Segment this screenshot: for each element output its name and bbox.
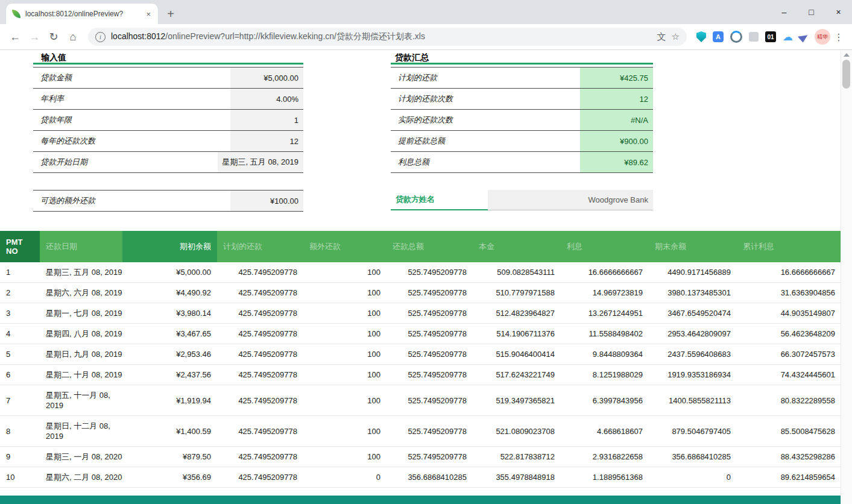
cell-ending-balance: 3980.1373485301 [649, 283, 737, 303]
cell-extra-payment: 100 [303, 344, 387, 365]
cell-beginning-balance: ¥4,490.92 [122, 283, 217, 303]
bookmark-star-icon[interactable]: ☆ [672, 31, 680, 42]
cell-interest: 13.2671244951 [561, 303, 649, 324]
form-row: 年利率 4.00% [33, 89, 303, 110]
swallow-ext-icon[interactable] [798, 31, 809, 42]
form-value: #N/A [580, 110, 653, 130]
cell-principal: 522.817838712 [473, 447, 561, 467]
profile-avatar[interactable]: 精华 [815, 29, 830, 45]
cell-payment-date: 星期日, 九月 08, 2019 [40, 344, 122, 365]
form-value: 星期三, 五月 08, 2019 [218, 152, 303, 172]
cell-extra-payment: 100 [303, 324, 387, 344]
browser-navbar: ← → ↻ ⌂ i localhost:8012/onlinePreview?u… [0, 24, 852, 50]
cell-total-payment: 525.7495209778 [387, 344, 473, 365]
header-scheduled-payment: 计划的还款 [217, 231, 303, 262]
header-principal: 本金 [473, 231, 561, 262]
cell-cumulative-interest: 31.6363904856 [737, 283, 841, 303]
cell-pmt-no: 1 [0, 262, 40, 283]
cell-extra-payment: 100 [303, 385, 387, 416]
vertical-scrollbar[interactable] [841, 50, 852, 504]
cell-cumulative-interest: 16.6666666667 [737, 262, 841, 283]
cell-principal: 515.9046400414 [473, 344, 561, 365]
form-value: ¥900.00 [580, 131, 653, 151]
url-text[interactable]: localhost:8012/onlinePreview?url=http://… [111, 31, 652, 42]
cell-scheduled-payment: 425.7495209778 [217, 447, 303, 467]
form-label: 贷款年限 [33, 110, 230, 130]
window-controls: – □ × [771, 0, 852, 24]
cell-ending-balance: 1919.9353186934 [649, 365, 737, 385]
home-icon[interactable]: ⌂ [64, 28, 82, 46]
cell-payment-date: 星期六, 六月 08, 2019 [40, 283, 122, 303]
cell-interest: 8.1251988029 [561, 365, 649, 385]
input-section-title: 输入值 [41, 52, 66, 63]
form-label: 每年的还款次数 [33, 131, 230, 151]
address-bar[interactable]: i localhost:8012/onlinePreview?url=http:… [88, 28, 687, 46]
schedule-row: 1 星期三, 五月 08, 2019 ¥5,000.00 425.7495209… [0, 262, 841, 283]
cell-cumulative-interest: 56.4623648209 [737, 324, 841, 344]
cell-payment-date: 星期一, 七月 08, 2019 [40, 303, 122, 324]
form-label: 实际的还款次数 [391, 110, 580, 130]
cell-pmt-no: 9 [0, 447, 40, 467]
sheet-bottom-bar [0, 496, 841, 504]
form-label: 贷款开始日期 [33, 152, 218, 172]
cell-payment-date: 星期四, 八月 08, 2019 [40, 324, 122, 344]
cell-principal: 512.4823964827 [473, 303, 561, 324]
form-value: ¥89.62 [580, 152, 653, 172]
cell-beginning-balance: ¥1,919.94 [122, 385, 217, 416]
anchor-ext-icon[interactable] [749, 32, 759, 42]
reload-icon[interactable]: ↻ [45, 28, 63, 46]
header-total-payment: 还款总额 [387, 231, 473, 262]
minimize-button[interactable]: – [771, 7, 798, 17]
cell-extra-payment: 100 [303, 283, 387, 303]
shield-ext-icon[interactable] [696, 31, 706, 42]
cell-cumulative-interest: 89.6214859654 [737, 467, 841, 488]
cell-scheduled-payment: 425.7495209778 [217, 324, 303, 344]
browser-tab[interactable]: localhost:8012/onlinePreview? × [6, 4, 158, 24]
site-info-icon[interactable]: i [95, 32, 106, 42]
form-value: 4.00% [230, 89, 303, 109]
schedule-row: 9 星期三, 一月 08, 2020 ¥879.50 425.749520977… [0, 447, 841, 467]
cell-payment-date: 星期六, 二月 08, 2020 [40, 467, 122, 488]
form-value: 1 [230, 110, 303, 130]
url-path: /onlinePreview?url=http://kkfileview.kek… [165, 31, 425, 41]
cell-cumulative-interest: 85.5008475628 [737, 416, 841, 447]
summary-section-title: 贷款汇总 [395, 52, 429, 63]
scrollbar-thumb[interactable] [842, 60, 850, 89]
cell-scheduled-payment: 425.7495209778 [217, 283, 303, 303]
back-icon[interactable]: ← [6, 28, 24, 46]
new-tab-button[interactable]: + [163, 6, 178, 22]
translate-ext-icon[interactable]: A [713, 31, 724, 42]
schedule-row: 10 星期六, 二月 08, 2020 ¥356.69 425.74952097… [0, 467, 841, 488]
summary-section-underline [391, 63, 653, 65]
lender-label: 贷款方姓名 [391, 190, 488, 210]
circle-ext-icon[interactable] [730, 31, 742, 43]
forward-icon[interactable]: → [25, 28, 43, 46]
cell-payment-date: 星期日, 十二月 08, 2019 [40, 416, 122, 447]
cloud-ext-icon[interactable]: ☁ [783, 31, 793, 43]
translate-icon[interactable]: 文 [657, 31, 666, 43]
form-value: ¥100.00 [230, 191, 303, 211]
form-row: 贷款金额 ¥5,000.00 [33, 67, 303, 89]
form-row: 实际的还款次数 #N/A [391, 110, 653, 131]
cell-interest: 9.8448809364 [561, 344, 649, 365]
scroll-up-icon[interactable] [844, 53, 850, 57]
form-row: 每年的还款次数 12 [33, 131, 303, 152]
cell-interest: 6.3997843956 [561, 385, 649, 416]
cell-total-payment: 525.7495209778 [387, 262, 473, 283]
close-button[interactable]: × [825, 7, 852, 17]
cell-scheduled-payment: 425.7495209778 [217, 303, 303, 324]
cell-ending-balance: 879.5046797405 [649, 416, 737, 447]
cell-principal: 509.0828543111 [473, 262, 561, 283]
amortization-table: PMT NO 还款日期 期初余额 计划的还款 额外还款 还款总额 本金 利息 期… [0, 231, 841, 488]
form-value: 12 [580, 89, 653, 109]
header-cumulative-interest: 累计利息 [737, 231, 841, 262]
cell-pmt-no: 3 [0, 303, 40, 324]
tab-close-icon[interactable]: × [145, 10, 152, 19]
badge-01-ext-icon[interactable]: 01 [765, 31, 776, 42]
cell-extra-payment: 100 [303, 262, 387, 283]
table-header-row: PMT NO 还款日期 期初余额 计划的还款 额外还款 还款总额 本金 利息 期… [0, 231, 841, 262]
form-value: 12 [230, 131, 303, 151]
browser-window: localhost:8012/onlinePreview? × + – □ × … [0, 0, 852, 504]
maximize-button[interactable]: □ [798, 7, 825, 17]
menu-kebab-icon[interactable]: ⋮ [831, 31, 846, 43]
